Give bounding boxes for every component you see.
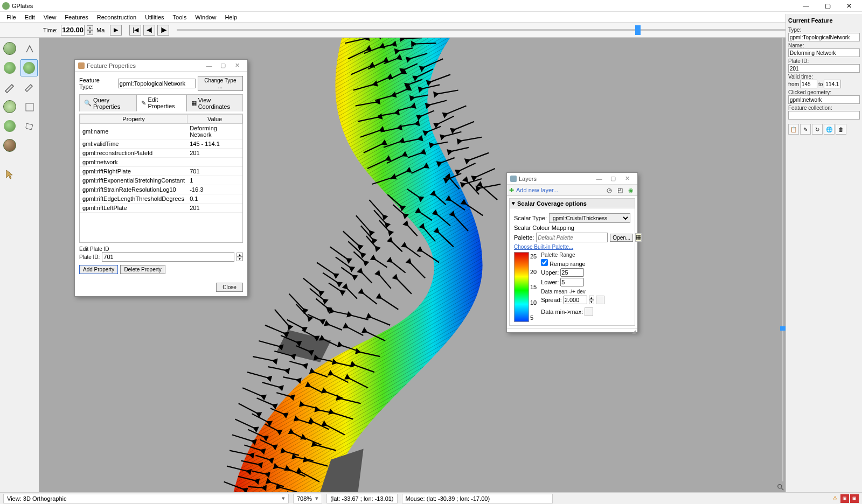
sb-zoom-dropdown-icon[interactable]: ▾ xyxy=(315,495,318,502)
fp-featuretype-value[interactable] xyxy=(118,79,196,88)
layers-palette-extra-icon[interactable]: ▦ xyxy=(635,233,642,242)
play-button[interactable]: ▶ xyxy=(110,25,122,36)
menu-help[interactable]: Help xyxy=(220,13,241,22)
table-row[interactable]: gpml:riftStrainRateResolutionLog10-16.3 xyxy=(80,185,242,194)
time-input[interactable] xyxy=(61,25,85,36)
time-slider[interactable] xyxy=(177,25,814,35)
close-button[interactable]: ✕ xyxy=(838,1,860,11)
menu-window[interactable]: Window xyxy=(191,13,220,22)
menu-tools[interactable]: Tools xyxy=(169,13,191,22)
table-row[interactable]: gpml:riftExponentialStretchingConstant1 xyxy=(80,176,242,185)
layers-minmax-apply-icon[interactable] xyxy=(585,307,593,316)
cf-plateid-value[interactable] xyxy=(788,64,860,73)
layers-scalar-type-select[interactable]: gpml:CrustalThickness xyxy=(549,213,630,223)
layers-tool-1[interactable]: ◷ xyxy=(605,186,614,194)
layers-add-new[interactable]: Add new layer... xyxy=(516,187,603,193)
cf-type-value[interactable] xyxy=(788,33,860,41)
tool-wire2[interactable] xyxy=(20,98,38,115)
tool-pen[interactable] xyxy=(1,79,18,96)
fp-plateid-up-icon[interactable]: ▲ xyxy=(237,253,243,257)
cf-featurecoll-value[interactable] xyxy=(788,111,860,120)
layers-spread-input[interactable] xyxy=(564,296,587,304)
layers-maximize-button[interactable]: ▢ xyxy=(606,175,620,182)
cf-name-value[interactable] xyxy=(788,48,860,57)
sb-error2-icon[interactable]: ▣ xyxy=(850,494,859,503)
cf-clickedgeom-value[interactable] xyxy=(788,95,860,104)
layers-close-button[interactable]: ✕ xyxy=(620,175,634,182)
menu-file[interactable]: File xyxy=(2,13,20,22)
time-spinner[interactable]: ▲ ▼ xyxy=(87,25,93,35)
tool-africa1[interactable] xyxy=(1,59,18,76)
cf-action-4[interactable]: 🌐 xyxy=(824,124,835,135)
fp-delete-property-button[interactable]: Delete Property xyxy=(120,265,165,274)
cf-action-3[interactable]: ↻ xyxy=(812,124,823,135)
fp-change-type-button[interactable]: Change Type ... xyxy=(198,76,243,91)
zoom-slider[interactable] xyxy=(780,38,785,481)
layers-tool-2[interactable]: ◰ xyxy=(616,186,624,194)
layers-remap-checkbox[interactable] xyxy=(541,259,548,266)
fp-maximize-button[interactable]: ▢ xyxy=(216,62,230,69)
menu-utilities[interactable]: Utilities xyxy=(141,13,168,22)
layers-upper-input[interactable] xyxy=(560,268,584,277)
layers-palette-input[interactable] xyxy=(536,233,608,242)
menu-features[interactable]: Features xyxy=(60,13,92,22)
tool-compass[interactable] xyxy=(20,40,38,57)
tool-poly[interactable] xyxy=(20,117,38,135)
fp-minimize-button[interactable]: — xyxy=(202,62,216,69)
menu-view[interactable]: View xyxy=(39,13,61,22)
sb-view-dropdown-icon[interactable]: ▾ xyxy=(282,495,285,502)
layers-tool-3[interactable]: ◉ xyxy=(627,186,635,194)
cf-action-2[interactable]: ✎ xyxy=(800,124,811,135)
feature-properties-titlebar[interactable]: Feature Properties — ▢ ✕ xyxy=(75,60,247,72)
zoom-slider-thumb[interactable] xyxy=(780,326,785,331)
table-row[interactable]: gpml:reconstructionPlateId201 xyxy=(80,149,242,158)
layers-spread-apply-icon[interactable] xyxy=(596,296,604,304)
minimize-button[interactable]: — xyxy=(795,1,817,11)
time-slider-thumb[interactable] xyxy=(635,25,641,35)
fp-plateid-down-icon[interactable]: ▼ xyxy=(237,257,243,261)
fp-add-property-button[interactable]: Add Property xyxy=(79,265,118,274)
tool-pen2[interactable] xyxy=(20,79,38,96)
sb-zoom[interactable]: 708% ▾ xyxy=(293,494,322,503)
table-row[interactable]: gpml:riftRightPlate701 xyxy=(80,167,242,176)
tool-globe-wire[interactable] xyxy=(1,98,18,115)
cf-action-5[interactable]: 🗑 xyxy=(836,124,846,135)
tool-sphere[interactable] xyxy=(1,137,18,154)
step-back-button[interactable]: ◀| xyxy=(143,25,155,36)
tool-africa2[interactable] xyxy=(1,117,18,135)
layers-lower-input[interactable] xyxy=(560,278,584,286)
tool-globe3d[interactable] xyxy=(1,40,18,57)
tool-pointer[interactable] xyxy=(1,166,18,183)
sb-error-icon[interactable]: ▣ xyxy=(840,494,849,503)
fp-properties-table[interactable]: Property Value gml:nameDeforming Network… xyxy=(80,114,242,213)
layers-open-button[interactable]: Open... xyxy=(610,234,633,242)
table-row[interactable]: gpml:network xyxy=(80,158,242,167)
magnifier-icon[interactable] xyxy=(777,484,784,491)
layers-resize-grip-icon[interactable]: ◢ xyxy=(632,329,636,332)
fp-plateid-input[interactable] xyxy=(102,252,234,262)
menu-edit[interactable]: Edit xyxy=(20,13,39,22)
time-spin-down-icon[interactable]: ▼ xyxy=(87,30,93,35)
spread-up-icon[interactable]: ▲ xyxy=(589,296,594,300)
tool-africa-select[interactable] xyxy=(20,59,38,76)
skip-start-button[interactable]: |◀ xyxy=(129,25,141,36)
sb-warning-icon[interactable]: ⚠ xyxy=(831,494,839,503)
layers-titlebar[interactable]: Layers — ▢ ✕ xyxy=(507,173,637,185)
layers-minimize-button[interactable]: — xyxy=(592,176,606,182)
menu-reconstruction[interactable]: Reconstruction xyxy=(93,13,141,22)
step-forward-button[interactable]: |▶ xyxy=(157,25,169,36)
table-row[interactable]: gml:nameDeforming Network xyxy=(80,124,242,139)
fp-close-button[interactable]: ✕ xyxy=(230,62,244,69)
time-spin-up-icon[interactable]: ▲ xyxy=(87,25,93,30)
fp-tab-view[interactable]: ▦View Coordinates xyxy=(186,94,243,111)
layers-panel-header[interactable]: ▾ Scalar Coverage options xyxy=(510,199,635,208)
cf-to-value[interactable] xyxy=(824,80,841,88)
table-row[interactable]: gml:validTime145 - 114.1 xyxy=(80,139,242,149)
table-row[interactable]: gpml:riftEdgeLengthThresholdDegrees0.1 xyxy=(80,194,242,204)
cf-action-1[interactable]: 📋 xyxy=(788,124,799,135)
fp-tab-edit[interactable]: ✎Edit Properties xyxy=(136,94,186,111)
table-row[interactable]: gpml:riftLeftPlate201 xyxy=(80,204,242,213)
spread-down-icon[interactable]: ▼ xyxy=(589,300,594,304)
maximize-button[interactable]: ▢ xyxy=(817,1,838,11)
fp-tab-query[interactable]: 🔍Query Properties xyxy=(79,94,136,111)
